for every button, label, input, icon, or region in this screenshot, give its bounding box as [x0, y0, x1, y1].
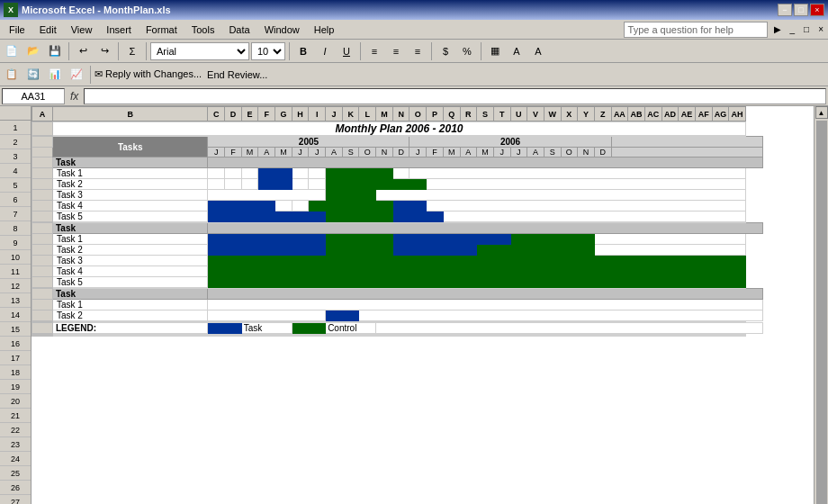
font-size-select[interactable]: 10	[251, 42, 285, 60]
row-9-task3[interactable]: Task 3	[32, 190, 814, 201]
row-num-11: 11	[0, 265, 31, 279]
col-header-ah: AH	[729, 107, 746, 122]
menu-tools[interactable]: Tools	[184, 22, 222, 37]
task2-5-label: Task 5	[52, 277, 207, 288]
row-num-12: 12	[0, 279, 31, 293]
month-j4: J	[410, 148, 427, 158]
row-22-task2[interactable]: Task 2	[32, 310, 814, 321]
menu-edit[interactable]: Edit	[32, 22, 64, 37]
window-controls[interactable]: − □ ×	[778, 4, 824, 16]
col-header-ae: AE	[679, 107, 696, 122]
col-header-af: AF	[695, 107, 712, 122]
col-header-n: N	[392, 107, 410, 122]
tb2-btn4[interactable]: 📈	[67, 65, 86, 85]
legend-label: LEGEND:	[52, 323, 207, 334]
row-14-task1[interactable]: Task 1	[32, 234, 814, 245]
row-10-task4[interactable]: Task 4	[32, 201, 814, 212]
save-button[interactable]: 💾	[45, 41, 65, 61]
menu-file[interactable]: File	[2, 22, 32, 37]
row-num-26: 26	[0, 481, 31, 495]
row-num-22: 22	[0, 423, 31, 437]
maximize-button[interactable]: □	[794, 4, 808, 16]
menu-help[interactable]: Help	[307, 22, 342, 37]
new-button[interactable]: 📄	[2, 41, 22, 61]
task1-4-label: Task 4	[52, 201, 207, 212]
tb2-btn1[interactable]: 📋	[2, 65, 22, 85]
currency-button[interactable]: $	[436, 41, 455, 61]
col-header-i: I	[309, 107, 326, 122]
year-extra-header	[611, 137, 762, 148]
task1-3-label: Task 3	[52, 190, 207, 201]
align-center-button[interactable]: ≡	[386, 41, 406, 61]
toolbar-1: 📄 📂 💾 ↩ ↪ Σ Arial 10 B I U ≡ ≡ ≡ $ % ▦ A…	[0, 40, 828, 63]
menu-insert[interactable]: Insert	[99, 22, 139, 37]
task3-1-label: Task 1	[52, 300, 207, 310]
row-num-23: 23	[0, 437, 31, 452]
scroll-up-button[interactable]: ▲	[815, 106, 828, 119]
name-box[interactable]: AA31	[2, 88, 65, 104]
row-16-task3[interactable]: Task 3	[32, 256, 814, 266]
menu-data[interactable]: Data	[221, 22, 256, 37]
close-app-button[interactable]: ×	[815, 23, 826, 35]
row-8-task2[interactable]: Task 2	[32, 179, 814, 190]
month-o2: O	[561, 148, 578, 158]
task2-1-label: Task 1	[52, 234, 207, 245]
col-header-q: Q	[443, 107, 460, 122]
close-button[interactable]: ×	[810, 4, 824, 16]
formula-input[interactable]	[84, 88, 826, 104]
align-left-button[interactable]: ≡	[364, 41, 384, 61]
col-header-e: E	[241, 107, 258, 122]
row-17-task4[interactable]: Task 4	[32, 266, 814, 277]
grid-table: A B C D E F G H I J K L M N O P Q	[32, 106, 814, 337]
italic-button[interactable]: I	[315, 41, 335, 61]
row-num-24: 24	[0, 452, 31, 466]
col-header-o: O	[410, 107, 427, 122]
font-name-select[interactable]: Arial	[150, 42, 249, 60]
col-header-ag: AG	[712, 107, 729, 122]
col-header-s: S	[477, 107, 494, 122]
scroll-thumb[interactable]	[816, 121, 827, 504]
fill-color-button[interactable]: A	[507, 41, 526, 61]
bold-button[interactable]: B	[293, 41, 313, 61]
col-header-ab: AB	[628, 107, 645, 122]
help-go-button[interactable]: ▶	[771, 23, 784, 35]
row-15-task2[interactable]: Task 2	[32, 245, 814, 256]
month-a4: A	[527, 148, 544, 158]
spreadsheet-title: Monthly Plan 2006 - 2010	[52, 122, 745, 136]
menu-view[interactable]: View	[64, 22, 100, 37]
border-button[interactable]: ▦	[485, 41, 505, 61]
underline-button[interactable]: U	[337, 41, 356, 61]
open-button[interactable]: 📂	[23, 41, 43, 61]
col-header-g: G	[275, 107, 292, 122]
grid-area[interactable]: A B C D E F G H I J K L M N O P Q	[32, 106, 814, 504]
menu-format[interactable]: Format	[139, 22, 184, 37]
undo-button[interactable]: ↩	[73, 41, 93, 61]
percent-button[interactable]: %	[457, 41, 477, 61]
redo-button[interactable]: ↪	[94, 41, 114, 61]
sum-button[interactable]: Σ	[122, 41, 142, 61]
month-j1: J	[208, 148, 225, 158]
row-21-task1[interactable]: Task 1	[32, 300, 814, 310]
tb2-btn3[interactable]: 📊	[45, 65, 65, 85]
minimize-app-button[interactable]: _	[788, 23, 798, 35]
row-18-task5[interactable]: Task 5	[32, 277, 814, 288]
font-color-button[interactable]: A	[528, 41, 548, 61]
align-right-button[interactable]: ≡	[408, 41, 428, 61]
col-header-aa: AA	[611, 107, 628, 122]
minimize-button[interactable]: −	[778, 4, 792, 16]
restore-app-button[interactable]: □	[801, 23, 812, 35]
menu-window[interactable]: Window	[257, 22, 307, 37]
task3-2-label: Task 2	[52, 310, 207, 321]
col-header-d: D	[225, 107, 242, 122]
col-header-y: Y	[578, 107, 595, 122]
task1-5-label: Task 5	[52, 212, 207, 222]
vertical-scrollbar[interactable]: ▲ ▼	[814, 106, 828, 504]
row-num-20: 20	[0, 394, 31, 409]
formula-bar: AA31 fx	[0, 86, 828, 106]
help-search-box[interactable]: Type a question for help	[624, 22, 768, 38]
tb2-btn2[interactable]: 🔄	[23, 65, 43, 85]
row-11-task5[interactable]: Task 5	[32, 212, 814, 222]
legend-task-label: Task	[241, 323, 292, 334]
row-7-task1[interactable]: Task 1	[32, 168, 814, 179]
month-n2: N	[578, 148, 595, 158]
